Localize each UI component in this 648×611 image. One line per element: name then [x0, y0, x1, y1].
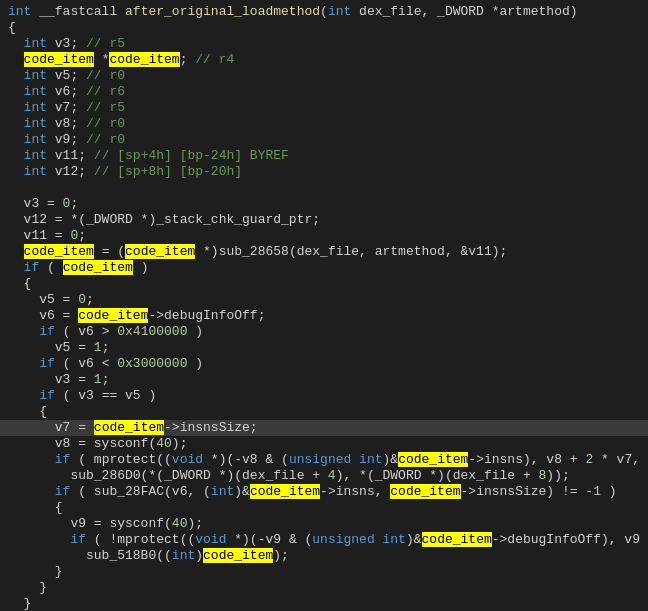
code-line-20: v6 = code_item->debugInfoOff; [0, 308, 648, 324]
code-container: int __fastcall after_original_loadmethod… [0, 0, 648, 611]
code-line-7: int v7; // r5 [0, 100, 648, 116]
code-line-8: int v8; // r0 [0, 116, 648, 132]
code-line-36: } [0, 564, 648, 580]
code-line-2: { [0, 20, 648, 36]
code-line-33: v9 = sysconf(40); [0, 516, 648, 532]
code-line-3: int v3; // r5 [0, 36, 648, 52]
code-line-5: int v5; // r0 [0, 68, 648, 84]
code-line-25: if ( v3 == v5 ) [0, 388, 648, 404]
code-line-30: sub_286D0(*(_DWORD *)(dex_file + 4), *(_… [0, 468, 648, 484]
code-line-23: if ( v6 < 0x3000000 ) [0, 356, 648, 372]
code-line-29: if ( mprotect((void *)(-v8 & (unsigned i… [0, 452, 648, 468]
code-line-10: int v11; // [sp+4h] [bp-24h] BYREF [0, 148, 648, 164]
code-line-13: v3 = 0; [0, 196, 648, 212]
code-line-16: code_item = (code_item *)sub_28658(dex_f… [0, 244, 648, 260]
code-line-27: v7 = code_item->insnsSize; [0, 420, 648, 436]
code-line-32: { [0, 500, 648, 516]
code-line-1: int __fastcall after_original_loadmethod… [0, 4, 648, 20]
code-line-17: if ( code_item ) [0, 260, 648, 276]
code-line-19: v5 = 0; [0, 292, 648, 308]
code-line-24: v3 = 1; [0, 372, 648, 388]
code-line-18: { [0, 276, 648, 292]
code-line-35: sub_518B0((int)code_item); [0, 548, 648, 564]
code-line-4: code_item *code_item; // r4 [0, 52, 648, 68]
code-line-empty-1 [0, 180, 648, 196]
code-line-28: v8 = sysconf(40); [0, 436, 648, 452]
code-line-37: } [0, 580, 648, 596]
code-line-6: int v6; // r6 [0, 84, 648, 100]
code-line-15: v11 = 0; [0, 228, 648, 244]
code-line-21: if ( v6 > 0x4100000 ) [0, 324, 648, 340]
code-line-14: v12 = *(_DWORD *)_stack_chk_guard_ptr; [0, 212, 648, 228]
code-line-26: { [0, 404, 648, 420]
code-line-34: if ( !mprotect((void *)(-v9 & (unsigned … [0, 532, 648, 548]
code-line-31: if ( sub_28FAC(v6, (int)&code_item->insn… [0, 484, 648, 500]
code-line-38: } [0, 596, 648, 611]
code-line-9: int v9; // r0 [0, 132, 648, 148]
code-line-11: int v12; // [sp+8h] [bp-20h] [0, 164, 648, 180]
code-line-22: v5 = 1; [0, 340, 648, 356]
